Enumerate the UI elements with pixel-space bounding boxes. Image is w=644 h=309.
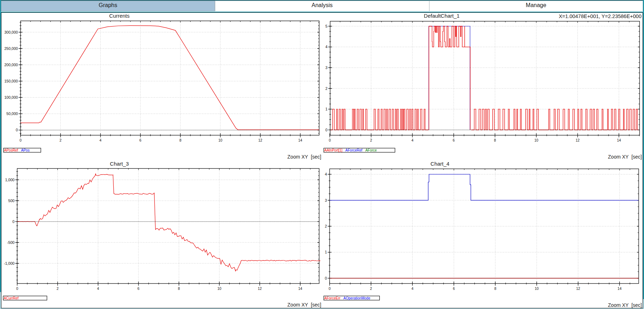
- svg-text:12: 12: [258, 287, 262, 291]
- svg-text:10: 10: [218, 287, 222, 291]
- svg-text:4: 4: [97, 287, 99, 291]
- svg-text:12: 12: [258, 138, 262, 142]
- svg-text:0: 0: [12, 219, 15, 224]
- svg-text:0: 0: [329, 138, 331, 142]
- svg-text:AForceRef: AForceRef: [345, 148, 362, 152]
- svg-text:6: 6: [453, 287, 455, 291]
- svg-text:AOperationMode: AOperationMode: [344, 296, 371, 300]
- svg-text:2: 2: [60, 138, 62, 142]
- svg-text:8: 8: [494, 287, 496, 291]
- svg-text:8: 8: [179, 138, 181, 142]
- svg-text:8: 8: [494, 138, 496, 142]
- svg-text:8: 8: [178, 287, 180, 291]
- svg-text:12: 12: [576, 138, 580, 142]
- svg-text:5: 5: [326, 24, 328, 28]
- svg-text:DefaultChart_1: DefaultChart_1: [424, 13, 460, 19]
- svg-text:-500: -500: [7, 240, 15, 245]
- svg-text:Chart_4: Chart_4: [430, 161, 449, 167]
- svg-text:300,000: 300,000: [4, 30, 18, 34]
- svg-text:4: 4: [412, 287, 414, 291]
- svg-text:Chart_3: Chart_3: [110, 161, 129, 167]
- svg-text:1: 1: [326, 107, 328, 111]
- svg-text:AForceErr: AForceErr: [324, 296, 341, 300]
- svg-text:14: 14: [298, 138, 303, 142]
- svg-text:0: 0: [325, 276, 327, 280]
- svg-text:10: 10: [535, 287, 539, 291]
- svg-text:1: 1: [325, 250, 327, 254]
- svg-text:0: 0: [19, 138, 22, 142]
- svg-text:-1,000: -1,000: [4, 261, 15, 265]
- svg-text:150,000: 150,000: [4, 79, 18, 83]
- svg-text:APosRef: APosRef: [4, 148, 18, 152]
- svg-text:2: 2: [326, 86, 328, 91]
- svg-text:500: 500: [8, 199, 15, 203]
- svg-text:14: 14: [617, 287, 622, 291]
- svg-text:Zoom XY [sec]: Zoom XY [sec]: [608, 154, 642, 160]
- svg-text:X=1.00478E+001, Y=2.23586E+000: X=1.00478E+001, Y=2.23586E+000: [559, 13, 642, 19]
- svg-text:4: 4: [100, 138, 102, 142]
- svg-text:2: 2: [325, 224, 327, 228]
- svg-text:200,000: 200,000: [4, 63, 18, 67]
- svg-text:APos: APos: [21, 148, 30, 152]
- svg-text:4: 4: [326, 45, 328, 49]
- svg-text:4: 4: [325, 172, 327, 176]
- svg-text:2: 2: [57, 287, 59, 291]
- svg-text:4: 4: [411, 138, 413, 142]
- svg-text:AForce: AForce: [365, 148, 377, 152]
- svg-text:6: 6: [453, 138, 455, 142]
- svg-text:2: 2: [370, 287, 372, 291]
- svg-text:3: 3: [326, 65, 328, 70]
- svg-text:Zoom XY [sec]: Zoom XY [sec]: [287, 302, 321, 308]
- svg-text:100,000: 100,000: [4, 95, 18, 99]
- svg-text:12: 12: [576, 287, 580, 291]
- svg-text:50,000: 50,000: [6, 111, 18, 116]
- svg-text:1,000: 1,000: [5, 178, 15, 182]
- svg-text:ACurrRef: ACurrRef: [4, 296, 19, 300]
- svg-text:0: 0: [16, 287, 18, 291]
- svg-text:10: 10: [534, 138, 538, 142]
- svg-text:10: 10: [218, 138, 222, 142]
- svg-text:Zoom XY [sec]: Zoom XY [sec]: [287, 154, 321, 160]
- svg-text:Zoom XY [sec]: Zoom XY [sec]: [608, 302, 642, 308]
- svg-text:6: 6: [137, 287, 140, 291]
- svg-text:0: 0: [16, 128, 18, 132]
- svg-text:AAInPort[1]: AAInPort[1]: [324, 148, 343, 152]
- svg-text:6: 6: [140, 138, 142, 142]
- svg-text:0: 0: [329, 287, 331, 291]
- svg-text:3: 3: [325, 198, 327, 202]
- svg-text:14: 14: [617, 138, 621, 142]
- svg-text:2: 2: [370, 138, 372, 142]
- svg-text:0: 0: [326, 128, 328, 132]
- svg-text:250,000: 250,000: [4, 46, 18, 51]
- svg-text:14: 14: [298, 287, 303, 291]
- svg-text:Currents: Currents: [109, 13, 130, 19]
